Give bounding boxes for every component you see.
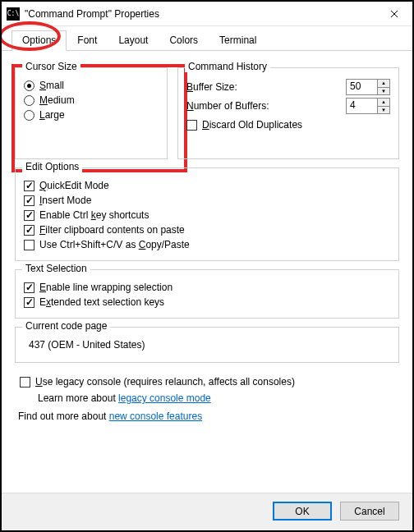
title-bar: C:\ "Command Prompt" Properties [2, 2, 412, 26]
num-buffers-spinner[interactable]: 4 ▲▼ [346, 98, 390, 114]
cursor-small-radio[interactable]: Small [24, 80, 159, 91]
legacy-console-label: Use legacy console (requires relaunch, a… [35, 376, 295, 388]
legacy-learn-prefix: Learn more about [38, 392, 118, 404]
checkbox-icon [24, 225, 34, 236]
cursor-large-radio[interactable]: Large [24, 109, 159, 121]
dialog-footer: OK Cancel [2, 493, 412, 530]
legacy-console-link[interactable]: legacy console mode [118, 392, 211, 404]
buffer-size-label: Buffer Size: [186, 81, 237, 93]
line-wrap-label: Enable line wrapping selection [39, 282, 172, 293]
tab-font[interactable]: Font [67, 30, 108, 51]
window-icon: C:\ [7, 7, 20, 21]
num-buffers-label: Number of Buffers: [186, 100, 269, 112]
line-wrap-checkbox[interactable]: Enable line wrapping selection [24, 282, 390, 293]
radio-icon [24, 95, 34, 106]
window-title: "Command Prompt" Properties [25, 8, 376, 20]
extended-keys-checkbox[interactable]: Extended text selection keys [24, 296, 390, 308]
find-more-prefix: Find out more about [18, 410, 109, 422]
checkbox-icon [24, 297, 34, 308]
checkbox-icon [24, 282, 34, 293]
cursor-medium-label: Medium [39, 94, 75, 106]
code-page-group: Current code page 437 (OEM - United Stat… [15, 327, 399, 363]
cursor-size-legend: Cursor Size [22, 61, 80, 72]
filter-clipboard-checkbox[interactable]: Filter clipboard contents on paste [24, 224, 390, 236]
spinner-down-icon[interactable]: ▼ [378, 88, 389, 95]
legacy-console-checkbox[interactable]: Use legacy console (requires relaunch, a… [20, 376, 399, 388]
legacy-learn-more: Learn more about legacy console mode [38, 392, 399, 404]
insert-mode-label: Insert Mode [39, 195, 91, 206]
checkbox-icon [24, 195, 34, 206]
ctrl-shortcuts-checkbox[interactable]: Enable Ctrl key shortcuts [24, 209, 390, 221]
command-history-group: Command History Buffer Size: 50 ▲▼ Numbe… [177, 67, 399, 159]
text-selection-legend: Text Selection [22, 263, 90, 274]
ctrl-shift-cv-checkbox[interactable]: Use Ctrl+Shift+C/V as Copy/Paste [24, 239, 390, 250]
discard-duplicates-label: Discard Old Duplicates [202, 119, 302, 131]
insert-mode-checkbox[interactable]: Insert Mode [24, 195, 390, 206]
tab-strip: Options Font Layout Colors Terminal [2, 26, 412, 51]
cursor-small-label: Small [39, 80, 64, 91]
quickedit-label: QuickEdit Mode [39, 180, 109, 191]
code-page-value: 437 (OEM - United States) [24, 336, 390, 355]
checkbox-icon [24, 240, 34, 250]
close-icon [390, 10, 398, 18]
spinner-up-icon[interactable]: ▲ [378, 80, 389, 88]
buffer-size-value[interactable]: 50 [347, 80, 377, 94]
text-selection-group: Text Selection Enable line wrapping sele… [15, 269, 399, 319]
find-out-more: Find out more about new console features [18, 410, 399, 422]
extended-keys-label: Extended text selection keys [39, 296, 164, 308]
tab-colors[interactable]: Colors [159, 30, 209, 51]
num-buffers-value[interactable]: 4 [347, 99, 377, 113]
tab-content: Cursor Size Small Medium Large Command H… [2, 51, 412, 429]
tab-layout[interactable]: Layout [108, 30, 159, 51]
tab-options[interactable]: Options [12, 30, 67, 51]
radio-icon [24, 110, 34, 121]
checkbox-icon [24, 181, 34, 191]
edit-options-group: Edit Options QuickEdit Mode Insert Mode … [15, 167, 399, 261]
command-history-legend: Command History [185, 61, 270, 72]
cursor-medium-radio[interactable]: Medium [24, 94, 159, 106]
radio-icon [24, 80, 34, 91]
cursor-size-group: Cursor Size Small Medium Large [15, 67, 168, 159]
filter-clipboard-label: Filter clipboard contents on paste [39, 224, 185, 236]
edit-options-legend: Edit Options [22, 161, 82, 172]
discard-duplicates-checkbox[interactable]: Discard Old Duplicates [186, 119, 390, 131]
checkbox-icon [24, 210, 34, 221]
ctrl-shortcuts-label: Enable Ctrl key shortcuts [39, 209, 149, 221]
spinner-up-icon[interactable]: ▲ [378, 99, 389, 107]
checkbox-icon [20, 377, 30, 388]
buffer-size-spinner[interactable]: 50 ▲▼ [346, 79, 390, 95]
cursor-large-label: Large [39, 109, 65, 121]
close-button[interactable] [376, 2, 412, 26]
cancel-button[interactable]: Cancel [340, 502, 399, 521]
checkbox-icon [186, 120, 197, 131]
new-console-features-link[interactable]: new console features [109, 410, 202, 422]
quickedit-checkbox[interactable]: QuickEdit Mode [24, 180, 390, 191]
code-page-legend: Current code page [22, 320, 110, 332]
legacy-console-section: Use legacy console (requires relaunch, a… [15, 369, 399, 404]
ok-button[interactable]: OK [273, 502, 332, 521]
ctrl-shift-cv-label: Use Ctrl+Shift+C/V as Copy/Paste [39, 239, 190, 250]
spinner-down-icon[interactable]: ▼ [378, 107, 389, 114]
tab-terminal[interactable]: Terminal [209, 30, 267, 51]
